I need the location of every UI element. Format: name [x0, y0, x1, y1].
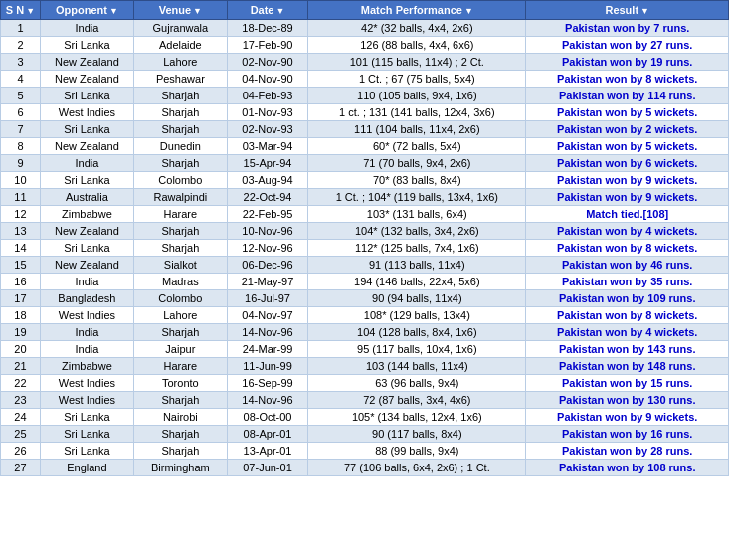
sn-cell: 22: [1, 375, 41, 392]
date-cell: 22-Oct-94: [227, 189, 307, 206]
table-row: 11AustraliaRawalpindi22-Oct-941 Ct. ; 10…: [1, 189, 729, 206]
column-header-venue[interactable]: Venue▼: [133, 1, 227, 20]
opponent-cell: Sri Lanka: [40, 88, 133, 104]
result-cell: Pakistan won by 4 wickets.: [526, 223, 729, 240]
sn-cell: 24: [1, 409, 41, 426]
table-row: 27EnglandBirmingham07-Jun-0177 (106 ball…: [1, 460, 729, 476]
sn-cell: 4: [1, 71, 41, 88]
date-cell: 08-Oct-00: [227, 409, 307, 426]
venue-cell: Rawalpindi: [133, 189, 227, 206]
sort-icon: ▼: [464, 6, 473, 16]
sn-cell: 2: [1, 37, 41, 54]
perf-cell: 72 (87 balls, 3x4, 4x6): [308, 392, 526, 409]
table-row: 14Sri LankaSharjah12-Nov-96112* (125 bal…: [1, 240, 729, 257]
table-row: 23West IndiesSharjah14-Nov-9672 (87 ball…: [1, 392, 729, 409]
result-cell: Pakistan won by 109 runs.: [526, 290, 729, 307]
perf-cell: 108* (129 balls, 13x4): [308, 307, 526, 324]
perf-cell: 90 (94 balls, 11x4): [308, 290, 526, 307]
table-row: 20IndiaJaipur24-Mar-9995 (117 balls, 10x…: [1, 341, 729, 358]
date-cell: 11-Jun-99: [227, 358, 307, 375]
date-cell: 15-Apr-94: [227, 155, 307, 172]
perf-cell: 126 (88 balls, 4x4, 6x6): [308, 37, 526, 54]
perf-cell: 88 (99 balls, 9x4): [308, 443, 526, 460]
perf-cell: 60* (72 balls, 5x4): [308, 138, 526, 155]
column-header-match-performance[interactable]: Match Performance▼: [308, 1, 526, 20]
date-cell: 03-Aug-94: [227, 172, 307, 189]
result-cell: Pakistan won by 8 wickets.: [526, 307, 729, 324]
sort-icon: ▼: [193, 6, 202, 16]
opponent-cell: New Zealand: [40, 223, 133, 240]
perf-cell: 70* (83 balls, 8x4): [308, 172, 526, 189]
date-cell: 18-Dec-89: [227, 20, 307, 37]
table-row: 16IndiaMadras21-May-97194 (146 balls, 22…: [1, 274, 729, 290]
sn-cell: 3: [1, 54, 41, 71]
column-header-result[interactable]: Result▼: [526, 1, 729, 20]
sn-cell: 23: [1, 392, 41, 409]
date-cell: 02-Nov-90: [227, 54, 307, 71]
sn-cell: 16: [1, 274, 41, 290]
opponent-cell: Zimbabwe: [40, 358, 133, 375]
table-row: 26Sri LankaSharjah13-Apr-0188 (99 balls,…: [1, 443, 729, 460]
result-cell: Pakistan won by 6 wickets.: [526, 155, 729, 172]
result-cell: Pakistan won by 108 runs.: [526, 460, 729, 476]
date-cell: 16-Jul-97: [227, 290, 307, 307]
sn-cell: 11: [1, 189, 41, 206]
result-cell: Pakistan won by 8 wickets.: [526, 71, 729, 88]
venue-cell: Colombo: [133, 172, 227, 189]
venue-cell: Gujranwala: [133, 20, 227, 37]
table-row: 1IndiaGujranwala18-Dec-8942* (32 balls, …: [1, 20, 729, 37]
opponent-cell: New Zealand: [40, 71, 133, 88]
table-row: 13New ZealandSharjah10-Nov-96104* (132 b…: [1, 223, 729, 240]
perf-cell: 1 Ct. ; 104* (119 balls, 13x4, 1x6): [308, 189, 526, 206]
date-cell: 17-Feb-90: [227, 37, 307, 54]
sort-icon: ▼: [275, 6, 284, 16]
result-cell: Match tied.[108]: [526, 206, 729, 223]
opponent-cell: India: [40, 274, 133, 290]
perf-cell: 95 (117 balls, 10x4, 1x6): [308, 341, 526, 358]
sn-cell: 19: [1, 324, 41, 341]
date-cell: 03-Mar-94: [227, 138, 307, 155]
opponent-cell: New Zealand: [40, 257, 133, 274]
table-row: 2Sri LankaAdelaide17-Feb-90126 (88 balls…: [1, 37, 729, 54]
result-cell: Pakistan won by 114 runs.: [526, 88, 729, 104]
date-cell: 10-Nov-96: [227, 223, 307, 240]
date-cell: 21-May-97: [227, 274, 307, 290]
date-cell: 02-Nov-93: [227, 121, 307, 138]
perf-cell: 101 (115 balls, 11x4) ; 2 Ct.: [308, 54, 526, 71]
sn-cell: 27: [1, 460, 41, 476]
date-cell: 04-Nov-90: [227, 71, 307, 88]
perf-cell: 104* (132 balls, 3x4, 2x6): [308, 223, 526, 240]
date-cell: 08-Apr-01: [227, 426, 307, 443]
opponent-cell: West Indies: [40, 307, 133, 324]
table-row: 19IndiaSharjah14-Nov-96104 (128 balls, 8…: [1, 324, 729, 341]
date-cell: 22-Feb-95: [227, 206, 307, 223]
sort-icon: ▼: [640, 6, 649, 16]
sn-cell: 17: [1, 290, 41, 307]
table-row: 18West IndiesLahore04-Nov-97108* (129 ba…: [1, 307, 729, 324]
venue-cell: Colombo: [133, 290, 227, 307]
opponent-cell: New Zealand: [40, 138, 133, 155]
result-cell: Pakistan won by 16 runs.: [526, 426, 729, 443]
result-cell: Pakistan won by 27 runs.: [526, 37, 729, 54]
venue-cell: Harare: [133, 206, 227, 223]
sn-cell: 9: [1, 155, 41, 172]
column-header-date[interactable]: Date▼: [227, 1, 307, 20]
result-cell: Pakistan won by 143 runs.: [526, 341, 729, 358]
result-cell: Pakistan won by 35 runs.: [526, 274, 729, 290]
date-cell: 14-Nov-96: [227, 392, 307, 409]
opponent-cell: West Indies: [40, 392, 133, 409]
perf-cell: 110 (105 balls, 9x4, 1x6): [308, 88, 526, 104]
column-header-opponent[interactable]: Opponent▼: [40, 1, 133, 20]
date-cell: 04-Feb-93: [227, 88, 307, 104]
column-header-s-n[interactable]: S N▼: [1, 1, 41, 20]
venue-cell: Peshawar: [133, 71, 227, 88]
result-cell: Pakistan won by 5 wickets.: [526, 138, 729, 155]
venue-cell: Harare: [133, 358, 227, 375]
sn-cell: 21: [1, 358, 41, 375]
perf-cell: 111 (104 balls, 11x4, 2x6): [308, 121, 526, 138]
table-row: 10Sri LankaColombo03-Aug-9470* (83 balls…: [1, 172, 729, 189]
table-row: 17BangladeshColombo16-Jul-9790 (94 balls…: [1, 290, 729, 307]
opponent-cell: Sri Lanka: [40, 240, 133, 257]
table-row: 8New ZealandDunedin03-Mar-9460* (72 ball…: [1, 138, 729, 155]
opponent-cell: Zimbabwe: [40, 206, 133, 223]
